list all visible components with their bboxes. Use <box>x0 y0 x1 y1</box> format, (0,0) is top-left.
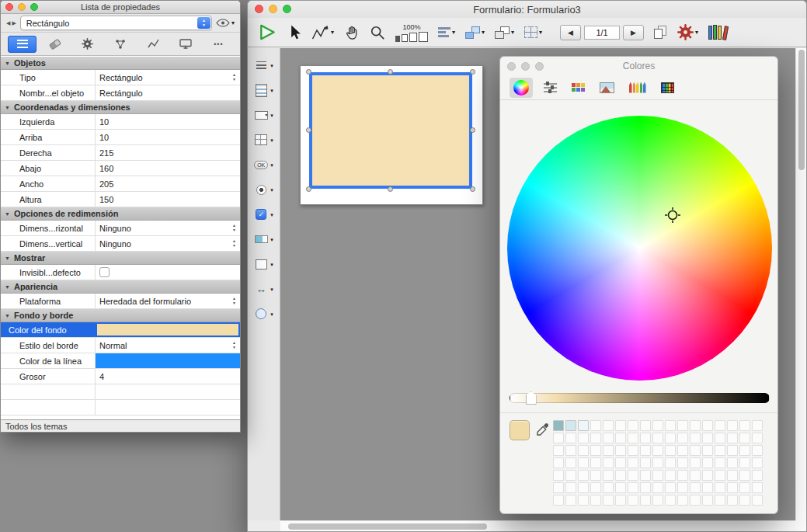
swatch-cell[interactable] <box>739 495 750 506</box>
swatch-cell[interactable] <box>578 495 589 506</box>
pages-button[interactable] <box>654 22 667 43</box>
swatch-cell[interactable] <box>752 495 763 506</box>
property-section-header[interactable]: ▼Objetos <box>1 57 240 70</box>
swatch-cell[interactable] <box>652 457 663 468</box>
swatch-cell[interactable] <box>590 433 601 443</box>
property-value[interactable]: 205 <box>96 176 240 191</box>
property-value[interactable]: Rectángulo <box>96 85 240 100</box>
swatch-cell[interactable] <box>677 470 688 481</box>
swatch-cell[interactable] <box>727 457 738 468</box>
swatch-cell[interactable] <box>665 445 676 456</box>
swatch-cell[interactable] <box>565 445 576 456</box>
swatch-cell[interactable] <box>628 482 638 493</box>
tool-table[interactable]: ▾ <box>250 129 278 151</box>
swatch-cell[interactable] <box>628 470 638 481</box>
swatch-cell[interactable] <box>702 457 713 468</box>
swatch-cell[interactable] <box>615 470 626 481</box>
swatch-cell[interactable] <box>565 433 576 443</box>
property-value[interactable]: Ninguno▲▼ <box>96 236 240 251</box>
resize-handle[interactable] <box>388 69 393 75</box>
swatch-cell[interactable] <box>715 482 725 493</box>
group-menu-button[interactable]: ▾ <box>495 22 514 43</box>
selected-rectangle[interactable] <box>309 72 472 189</box>
swatch-cell[interactable] <box>640 470 651 481</box>
swatch-cell[interactable] <box>652 445 663 456</box>
swatch-cell[interactable] <box>628 457 638 468</box>
swatch-cell[interactable] <box>727 445 738 456</box>
brightness-knob[interactable] <box>526 391 537 405</box>
color-wheel[interactable] <box>507 116 772 381</box>
swatch-cell[interactable] <box>590 445 601 456</box>
property-value[interactable]: Normal▲▼ <box>96 338 240 353</box>
property-value[interactable]: 10 <box>96 130 240 144</box>
property-value[interactable]: 215 <box>96 145 240 160</box>
tool-radio[interactable]: ▾ <box>250 179 278 200</box>
swatch-cell[interactable] <box>603 445 614 456</box>
minimize-button[interactable] <box>18 3 26 11</box>
swatch-cell[interactable] <box>628 445 638 456</box>
property-section-header[interactable]: ▼Coordenadas y dimensiones <box>1 101 240 114</box>
resize-handle[interactable] <box>306 186 311 192</box>
swatch-cell[interactable] <box>578 457 589 468</box>
align-menu-button[interactable]: ▾ <box>438 22 455 43</box>
swatch-cell[interactable] <box>677 433 688 443</box>
property-row[interactable]: TipoRectángulo▲▼ <box>1 70 240 85</box>
property-row[interactable]: Ancho205 <box>1 176 240 192</box>
swatch-cell[interactable] <box>640 457 651 468</box>
stepper-control[interactable]: ▲▼ <box>232 239 236 248</box>
swatch-cell[interactable] <box>677 495 688 506</box>
tab-web-colors[interactable] <box>657 80 678 96</box>
stepper-control[interactable]: ▲▼ <box>232 341 236 349</box>
property-section-header[interactable]: ▼Fondo y borde <box>1 309 240 322</box>
arrange-menu-button[interactable]: ▾ <box>465 22 485 43</box>
swatch-cell[interactable] <box>690 495 701 506</box>
swatch-cell[interactable] <box>702 420 713 431</box>
swatch-cell[interactable] <box>690 457 701 468</box>
swatch-cell[interactable] <box>590 457 601 468</box>
swatch-cell[interactable] <box>702 433 713 443</box>
tab-sliders[interactable] <box>540 81 561 95</box>
swatch-cell[interactable] <box>640 433 651 443</box>
swatch-cell[interactable] <box>652 482 663 493</box>
tool-button[interactable]: OK▾ <box>250 154 278 176</box>
swatch-cell[interactable] <box>702 445 713 456</box>
swatch-cell[interactable] <box>727 470 738 481</box>
swatch-cell[interactable] <box>690 433 701 443</box>
swatch-cell[interactable] <box>640 420 651 431</box>
swatch-cell[interactable] <box>652 420 663 431</box>
resize-handle[interactable] <box>306 69 311 75</box>
main-window-titlebar[interactable]: Formulario: Formulario3 <box>248 1 806 18</box>
swatch-cell[interactable] <box>665 482 676 493</box>
swatch-cell[interactable] <box>628 420 638 431</box>
tab-crayons[interactable] <box>625 80 650 96</box>
close-button[interactable] <box>507 62 516 71</box>
tab-image-palette[interactable] <box>596 80 618 96</box>
swatch-cell[interactable] <box>603 433 614 443</box>
swatch-cell[interactable] <box>590 495 601 506</box>
swatch-cell[interactable] <box>565 482 576 493</box>
swatch-cell[interactable] <box>578 482 589 493</box>
property-row[interactable]: Estilo del bordeNormal▲▼ <box>1 338 240 353</box>
swatch-cell[interactable] <box>690 420 701 431</box>
property-row[interactable]: PlataformaHeredada del formulario▲▼ <box>1 294 240 309</box>
swatch-cell[interactable] <box>652 495 663 506</box>
scrollbar-thumb[interactable] <box>288 523 487 530</box>
tab-connections[interactable] <box>106 36 134 53</box>
form-surface[interactable] <box>300 65 483 205</box>
swatch-cell[interactable] <box>652 433 663 443</box>
swatch-cell[interactable] <box>739 482 750 493</box>
page-indicator-field[interactable]: 1/1 <box>584 26 620 40</box>
property-value[interactable]: Heredada del formulario▲▼ <box>96 294 240 308</box>
swatch-cell[interactable] <box>590 420 601 431</box>
property-row[interactable]: Color de la línea <box>1 353 240 369</box>
pen-tool-button[interactable]: ▾ <box>311 22 334 43</box>
swatch-cell[interactable] <box>590 482 601 493</box>
property-value[interactable]: 150 <box>96 192 240 207</box>
swatch-cell[interactable] <box>603 470 614 481</box>
swatch-cell[interactable] <box>739 433 750 443</box>
swatch-cell[interactable] <box>739 457 750 468</box>
swatch-cell[interactable] <box>690 445 701 456</box>
swatch-cell[interactable] <box>565 495 576 506</box>
swatch-cell[interactable] <box>590 470 601 481</box>
maximize-button[interactable] <box>283 5 291 13</box>
